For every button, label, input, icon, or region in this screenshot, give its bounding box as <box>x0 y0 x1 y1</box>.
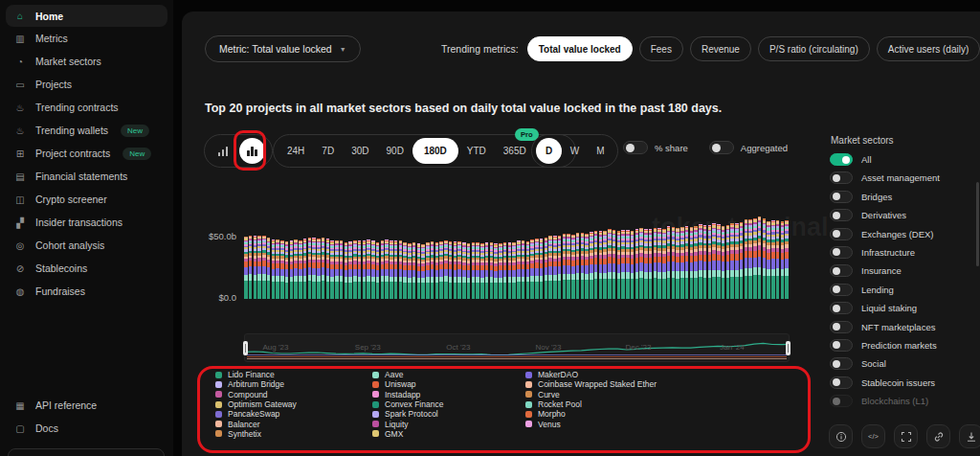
chart-bar[interactable] <box>735 223 739 299</box>
chart-bar[interactable] <box>776 220 780 299</box>
granularity-m[interactable]: M <box>588 138 613 164</box>
chart-bar[interactable] <box>558 236 562 299</box>
sector-toggle-infrastructure[interactable]: Infrastructure <box>830 246 940 259</box>
chart-bar[interactable] <box>317 239 321 300</box>
chart-bar[interactable] <box>499 243 502 299</box>
chart-bar[interactable] <box>462 242 466 299</box>
sidebar-item-project-contracts[interactable]: ⊞Project contractsNew <box>0 142 173 165</box>
chart-bar[interactable] <box>654 228 657 299</box>
chart-bar[interactable] <box>454 241 457 299</box>
toggle-switch[interactable] <box>830 302 853 314</box>
chart-bar[interactable] <box>512 242 516 299</box>
chart-bar[interactable] <box>699 224 702 299</box>
chart-bar[interactable] <box>494 243 498 299</box>
chart-bar[interactable] <box>431 241 434 299</box>
chart-bar[interactable] <box>330 240 334 299</box>
sidebar-item-financial-statements[interactable]: ▤Financial statements <box>0 165 173 188</box>
chart-bar[interactable] <box>576 233 580 299</box>
sector-toggle-blockchains-l1[interactable]: Blockchains (L1) <box>830 395 940 407</box>
info-button[interactable] <box>829 424 853 448</box>
chart-bar[interactable] <box>249 236 253 300</box>
embed-button[interactable]: </> <box>861 424 885 448</box>
range-365d[interactable]: 365D <box>495 138 535 164</box>
chart-bar[interactable] <box>730 223 734 299</box>
range-30d[interactable]: 30D <box>343 138 377 164</box>
chart-bar[interactable] <box>662 228 666 299</box>
chart-bar[interactable] <box>435 242 439 300</box>
range-180d[interactable]: 180D <box>412 138 458 164</box>
chart-bar[interactable] <box>522 240 525 299</box>
chart-bar[interactable] <box>371 240 375 299</box>
chart-bar[interactable] <box>322 238 325 299</box>
sidebar-item-metrics[interactable]: ▥Metrics <box>0 27 173 50</box>
chart-bar[interactable] <box>530 239 534 299</box>
granularity-d[interactable]: D <box>536 138 562 164</box>
chart-bar[interactable] <box>340 240 344 299</box>
chart-bar[interactable] <box>540 239 544 299</box>
chart-bar[interactable] <box>262 235 266 299</box>
chart-bar[interactable] <box>608 229 612 300</box>
chart-bar[interactable] <box>590 232 593 299</box>
chart-bar[interactable] <box>345 242 348 300</box>
range-7d[interactable]: 7D <box>313 138 343 164</box>
chart-bar[interactable] <box>303 239 307 299</box>
chart-bar[interactable] <box>740 221 744 299</box>
brush-handle-left[interactable] <box>243 341 248 355</box>
chart-bar[interactable] <box>567 234 570 299</box>
chart-bar[interactable] <box>612 229 616 299</box>
sidebar-item-crypto-screener[interactable]: ◫Crypto screener <box>0 188 173 211</box>
sector-toggle-exchanges-dex[interactable]: Exchanges (DEX) <box>830 228 940 240</box>
sector-toggle-prediction-markets[interactable]: Prediction markets <box>830 339 940 352</box>
toggle-switch[interactable] <box>830 228 853 240</box>
sidebar-item-projects[interactable]: ▭Projects <box>0 73 173 96</box>
sector-toggle-derivatives[interactable]: Derivatives <box>830 209 940 221</box>
chart-bar[interactable] <box>676 228 679 299</box>
sidebar-item-trending-contracts[interactable]: ♨Trending contracts <box>0 96 173 119</box>
chart-bar[interactable] <box>545 238 548 299</box>
chart-bar[interactable] <box>376 242 380 300</box>
chart-bar[interactable] <box>548 236 552 299</box>
chart-bar[interactable] <box>703 225 707 299</box>
chart-bar[interactable] <box>785 219 789 299</box>
chart-bar[interactable] <box>503 241 507 299</box>
chart-bar[interactable] <box>722 226 725 299</box>
chart-bar[interactable] <box>403 242 407 299</box>
sector-toggle-asset-management[interactable]: Asset management <box>830 171 940 184</box>
sidebar-item-stablecoins[interactable]: ⊘Stablecoins <box>0 257 173 280</box>
chart-bar[interactable] <box>603 231 607 299</box>
chart-bar[interactable] <box>285 241 289 299</box>
trending-pill-active-users-daily[interactable]: Active users (daily) <box>877 36 980 61</box>
toggle-switch[interactable] <box>830 153 853 166</box>
sidebar-item-fundraises[interactable]: ◍Fundraises <box>0 280 173 303</box>
chart-bar[interactable] <box>767 221 770 299</box>
chart-bar[interactable] <box>363 240 367 299</box>
chart-bar[interactable] <box>639 228 643 299</box>
sidebar-item-api-reference[interactable]: ▦API reference <box>0 394 173 417</box>
sector-toggle-nft-marketplaces[interactable]: NFT marketplaces <box>830 321 940 333</box>
fullscreen-button[interactable] <box>894 424 918 448</box>
chart-bar[interactable] <box>644 229 648 299</box>
stacked-bar-chart-button[interactable] <box>239 138 265 164</box>
timeline-brush[interactable]: Aug '23Sep '23Oct '23Nov '23Dec '23Jan '… <box>244 333 790 362</box>
chart-bar[interactable] <box>571 234 575 299</box>
metric-dropdown[interactable]: Metric: Total value locked ▼ <box>205 35 361 62</box>
chart-bar[interactable] <box>621 230 625 299</box>
chart-bar[interactable] <box>485 242 489 299</box>
toggle-switch[interactable] <box>830 209 853 221</box>
chart-bar[interactable] <box>417 243 421 299</box>
chart-bar[interactable] <box>599 231 603 299</box>
chart-bar[interactable] <box>758 217 762 300</box>
chart-bar[interactable] <box>394 240 398 299</box>
sidebar-item-insider-transactions[interactable]: ▞Insider transactions <box>0 211 173 234</box>
chart-bar[interactable] <box>672 226 676 299</box>
sector-toggle-insurance[interactable]: Insurance <box>830 264 940 277</box>
chart-bar[interactable] <box>457 241 461 299</box>
range-ytd[interactable]: YTD <box>458 138 495 164</box>
chart-bar[interactable] <box>667 226 671 299</box>
toggle-share[interactable]: % share <box>623 141 688 154</box>
toggle-aggregated[interactable]: Aggregated <box>709 141 788 154</box>
trending-pill-p-s-ratio-circulating[interactable]: P/S ratio (circulating) <box>758 36 870 61</box>
toggle-switch[interactable] <box>830 395 853 407</box>
trending-pill-revenue[interactable]: Revenue <box>690 36 751 61</box>
toggle-switch[interactable] <box>830 264 853 277</box>
